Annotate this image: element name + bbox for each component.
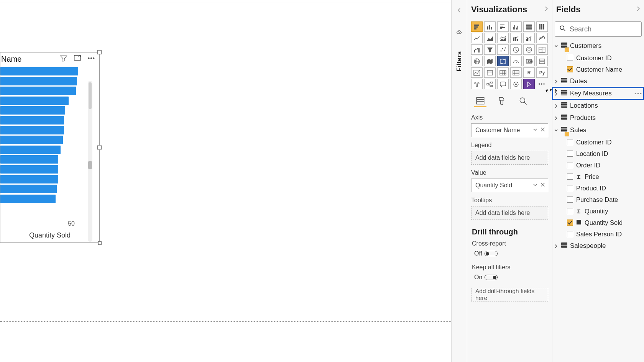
expand-table-icon[interactable]: [553, 79, 559, 84]
viz-map-icon[interactable]: [471, 56, 483, 66]
field-checkbox[interactable]: [567, 208, 573, 214]
expand-table-icon[interactable]: [553, 128, 559, 133]
value-field-well[interactable]: Quantity Sold: [471, 179, 548, 192]
viz-powerapps-icon[interactable]: [523, 79, 535, 89]
viz-clustered-column-icon[interactable]: [510, 21, 522, 32]
expand-table-icon[interactable]: [553, 244, 559, 248]
bar[interactable]: [0, 136, 63, 144]
report-canvas[interactable]: Name 50 Quantity Sold: [0, 3, 451, 362]
viz-scatter-icon[interactable]: [497, 44, 509, 55]
field-row[interactable]: Order ID: [552, 159, 644, 171]
table-row[interactable]: Sales: [552, 124, 644, 136]
fields-search[interactable]: [555, 21, 642, 37]
expand-filters-icon[interactable]: [456, 7, 463, 15]
scrollbar-thumb[interactable]: [89, 82, 92, 109]
scrollbar-grab[interactable]: [88, 161, 92, 169]
tooltips-field-well[interactable]: Add data fields here: [471, 206, 548, 220]
cross-report-toggle[interactable]: [485, 251, 498, 256]
viz-filled-map-icon[interactable]: [484, 56, 496, 66]
filters-pane-collapsed[interactable]: Filters: [451, 0, 467, 362]
axis-field-remove-icon[interactable]: [540, 127, 545, 134]
viz-pie-icon[interactable]: [510, 44, 522, 55]
viz-line-clustered-column-icon[interactable]: [523, 33, 535, 43]
viz-clustered-bar-icon[interactable]: [497, 21, 509, 32]
viz-card-icon[interactable]: 123: [523, 56, 535, 66]
expand-table-icon[interactable]: [553, 103, 559, 108]
table-row[interactable]: Locations: [552, 100, 644, 112]
bar[interactable]: [0, 195, 56, 203]
viz-donut-icon[interactable]: [523, 44, 535, 55]
viz-stacked-bar-icon[interactable]: [471, 21, 483, 32]
value-field-dropdown-icon[interactable]: [532, 182, 538, 189]
viz-shape-map-icon[interactable]: [497, 56, 509, 66]
table-more-options-icon[interactable]: •••: [634, 90, 642, 97]
viz-paginated-report-icon[interactable]: [510, 79, 522, 89]
viz-r-script-icon[interactable]: R: [523, 67, 535, 78]
field-checkbox[interactable]: [567, 185, 573, 191]
viz-100-stacked-bar-icon[interactable]: [523, 21, 535, 32]
field-row[interactable]: ΣPrice: [552, 171, 644, 182]
bar[interactable]: [0, 126, 64, 134]
viz-key-influencers-icon[interactable]: [471, 79, 483, 89]
legend-field-well[interactable]: Add data fields here: [471, 151, 548, 165]
expand-table-icon[interactable]: [553, 91, 559, 96]
field-checkbox[interactable]: [567, 151, 573, 157]
bar[interactable]: [0, 116, 64, 124]
axis-field-well[interactable]: Customer Name: [471, 123, 548, 137]
table-row[interactable]: Salespeople: [552, 240, 644, 252]
viz-matrix-icon[interactable]: [510, 67, 522, 78]
search-input[interactable]: [570, 25, 644, 33]
bar[interactable]: [0, 97, 69, 105]
field-row[interactable]: Customer Name: [552, 64, 644, 75]
filter-icon[interactable]: [59, 54, 68, 64]
viz-stacked-column-icon[interactable]: [484, 21, 496, 32]
field-row[interactable]: Customer ID: [552, 136, 644, 148]
field-row[interactable]: Sales Person ID: [552, 228, 644, 240]
visual-more-options-icon[interactable]: [87, 54, 95, 64]
bar[interactable]: [0, 146, 61, 154]
bar[interactable]: [0, 67, 78, 75]
field-checkbox[interactable]: [567, 219, 573, 226]
table-row[interactable]: Key Measures•••: [552, 87, 644, 100]
bar[interactable]: [0, 155, 58, 164]
field-checkbox[interactable]: [567, 231, 573, 237]
tab-analytics[interactable]: [517, 95, 529, 107]
expand-table-icon[interactable]: [553, 44, 559, 48]
field-row[interactable]: ΣQuantity: [552, 205, 644, 217]
field-checkbox[interactable]: [567, 139, 573, 145]
viz-gauge-icon[interactable]: [510, 56, 522, 66]
viz-funnel-icon[interactable]: [484, 44, 496, 55]
field-row[interactable]: Quantity Sold: [552, 217, 644, 228]
bar[interactable]: [0, 77, 77, 85]
tab-format[interactable]: [496, 95, 508, 107]
field-checkbox[interactable]: [567, 66, 573, 72]
field-checkbox[interactable]: [567, 162, 573, 168]
viz-decomposition-tree-icon[interactable]: [484, 79, 496, 89]
viz-kpi-icon[interactable]: [471, 67, 483, 78]
viz-python-icon[interactable]: Py: [536, 67, 548, 78]
drill-through-drop-well[interactable]: Add drill-through fields here: [471, 288, 548, 301]
keep-all-filters-toggle[interactable]: [485, 275, 498, 280]
bar[interactable]: [0, 185, 57, 193]
viz-treemap-icon[interactable]: [536, 44, 548, 55]
collapse-visualizations-icon[interactable]: [543, 5, 550, 15]
expand-table-icon[interactable]: [553, 116, 559, 120]
field-row[interactable]: Product ID: [552, 182, 644, 194]
table-row[interactable]: Dates: [552, 75, 644, 87]
focus-mode-icon[interactable]: [73, 54, 82, 64]
table-row[interactable]: Products: [552, 112, 644, 124]
viz-line-icon[interactable]: [471, 33, 483, 43]
viz-multi-row-card-icon[interactable]: [536, 56, 548, 66]
tab-fields-well[interactable]: [474, 95, 486, 107]
collapse-fields-icon[interactable]: [635, 5, 642, 15]
viz-waterfall-icon[interactable]: [471, 44, 483, 55]
viz-line-stacked-column-icon[interactable]: [510, 33, 522, 43]
viz-slicer-icon[interactable]: [484, 67, 496, 78]
viz-stacked-area-icon[interactable]: [497, 33, 509, 43]
viz-qna-icon[interactable]: [497, 79, 509, 89]
viz-table-icon[interactable]: [497, 67, 509, 78]
viz-100-stacked-column-icon[interactable]: [536, 21, 548, 32]
field-checkbox[interactable]: [567, 174, 573, 180]
field-row[interactable]: Purchase Date: [552, 194, 644, 205]
field-row[interactable]: Location ID: [552, 148, 644, 159]
